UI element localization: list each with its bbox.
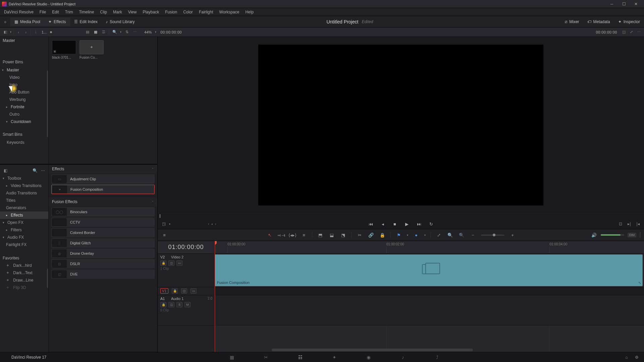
track-id[interactable]: V2 — [160, 255, 168, 259]
project-settings-icon[interactable]: ⚙ — [634, 355, 639, 360]
match-frame-icon[interactable]: ⊡ — [618, 221, 623, 227]
next-marker-icon[interactable]: › — [215, 222, 216, 226]
fav-item[interactable]: ✦ Dark...Text — [0, 269, 48, 277]
menu-fusion[interactable]: Fusion — [162, 9, 180, 15]
zoom-slider[interactable] — [481, 235, 504, 236]
blade-tool-icon[interactable]: ≡ — [301, 232, 307, 238]
timeline-h-scrollbar[interactable] — [272, 349, 473, 351]
expand-icon[interactable]: ⤢ — [629, 29, 634, 35]
media-page-icon[interactable]: ▦ — [228, 354, 235, 361]
track-id[interactable]: A1 — [160, 297, 168, 301]
menu-fairlight[interactable]: Fairlight — [196, 9, 216, 15]
link-icon[interactable]: 🔗 — [368, 232, 374, 238]
thumb-view-icon[interactable]: ▤ — [85, 29, 90, 35]
effect-dslr[interactable]: ⊡DSLR — [51, 259, 155, 268]
clip-fusion-comp[interactable]: ✦ Fusion Co... — [79, 40, 104, 59]
auto-select-icon[interactable]: ◫ — [181, 288, 187, 294]
fav-item[interactable]: ✦ Flip 3D — [0, 284, 48, 291]
grid-view-icon[interactable]: ▦ — [93, 29, 98, 35]
cut-page-icon[interactable]: ✂ — [262, 354, 270, 361]
dynamic-trim-icon[interactable]: ⟨◂▸⟩ — [289, 232, 296, 238]
sound-library-button[interactable]: ♪ Sound Library — [102, 17, 139, 26]
solo-icon[interactable]: S — [176, 302, 182, 307]
fav-item[interactable]: ✦ Dark...hird — [0, 262, 48, 269]
dim-button[interactable]: DIM — [628, 233, 637, 237]
menu-timeline[interactable]: Timeline — [76, 9, 97, 15]
tree-fairlightfx[interactable]: Fairlight FX — [0, 241, 48, 248]
track-lane-v2[interactable]: Fusion Composition ⤡ — [215, 254, 644, 287]
bypass-icon[interactable]: ◳ — [161, 221, 166, 227]
clip-black[interactable]: ▣ black-3701... — [52, 40, 76, 59]
tree-audio-transitions[interactable]: Audio Transitions — [0, 189, 48, 197]
clips-panel[interactable]: ▣ black-3701... ✦ Fusion Co... — [49, 37, 157, 164]
menu-file[interactable]: File — [37, 9, 49, 15]
nav-back-icon[interactable]: ‹ — [16, 29, 21, 35]
smart-bin-keywords[interactable]: Keywords — [0, 139, 48, 146]
effect-drone-overlay[interactable]: ◎Drone Overlay — [51, 249, 155, 258]
chevron-down-icon[interactable]: ▾ — [6, 120, 9, 123]
effects-button[interactable]: ✦ Effects — [44, 17, 70, 26]
rocket-button[interactable]: ⟐ — [0, 17, 10, 26]
razor-icon[interactable]: ✂ — [356, 232, 363, 238]
effect-fusion-composition[interactable]: ✦ Fusion Composition — [51, 185, 155, 194]
menu-color[interactable]: Color — [180, 9, 196, 15]
more-icon[interactable]: ⋯ — [636, 29, 641, 35]
mute-icon[interactable]: M — [184, 302, 191, 307]
tree-titles[interactable]: Titles — [0, 197, 48, 204]
power-bin-master[interactable]: ▾ Master — [0, 66, 48, 74]
track-header-v1[interactable]: V1 🔒 ◫ ▭ — [158, 287, 214, 295]
maximize-button[interactable]: ☐ — [618, 1, 630, 7]
track-lane-v1[interactable] — [215, 287, 644, 295]
mixer-button[interactable]: ⎚ Mixer — [561, 17, 583, 26]
sort-icon[interactable]: ⇅ — [124, 29, 129, 35]
deliver-page-icon[interactable]: ⤴ — [433, 354, 441, 361]
lock-icon[interactable]: 🔒 — [160, 260, 166, 266]
playhead[interactable] — [215, 241, 215, 352]
effect-colored-border[interactable]: Colored Border — [51, 228, 155, 237]
tree-openfx[interactable]: ▾Open FX — [0, 219, 48, 226]
zoom-out-icon[interactable]: − — [470, 232, 476, 238]
track-lane-a1[interactable] — [215, 295, 644, 325]
lock-icon[interactable]: 🔒 — [172, 288, 178, 294]
home-icon[interactable]: ⌂ — [624, 355, 629, 360]
effects-group-header[interactable]: Fusion Effects⌃ — [49, 197, 157, 206]
chevron-down-icon[interactable]: ▾ — [10, 31, 11, 34]
effect-binoculars[interactable]: ◯◯Binoculars — [51, 207, 155, 217]
play-button[interactable]: ▶ — [404, 222, 410, 227]
menu-davinci[interactable]: DaVinci Resolve — [1, 9, 36, 15]
import-icon[interactable]: ⤓ — [33, 29, 38, 35]
chevron-right-icon[interactable]: ▸ — [6, 105, 9, 109]
menu-playback[interactable]: Playback — [140, 9, 162, 15]
single-viewer-icon[interactable]: ◫ — [621, 29, 627, 35]
timeline-ruler[interactable]: 01:00:00:00 01:00:02:00 01:00:04:00 — [215, 241, 644, 254]
bin-countdown[interactable]: ▾ Countdown — [0, 118, 48, 125]
overwrite-icon[interactable]: ⬓ — [328, 232, 335, 238]
zoom-full-icon[interactable]: ⤢ — [435, 232, 442, 238]
bin-path[interactable]: 1... — [40, 30, 48, 34]
panel-toggle-icon[interactable]: ◧ — [3, 168, 8, 173]
bin-master-root[interactable]: Master — [0, 37, 48, 44]
next-edit-icon[interactable]: ▸| — [627, 221, 632, 227]
more-icon[interactable]: ⋯ — [132, 29, 138, 35]
auto-select-icon[interactable]: ◫ — [168, 302, 174, 307]
go-start-button[interactable]: ⏮ — [367, 222, 374, 227]
fairlight-page-icon[interactable]: ♪ — [399, 354, 407, 361]
replace-icon[interactable]: ⬔ — [340, 232, 346, 238]
track-header-v2[interactable]: V2 Video 2 🔒 ◫ ▭ 1 Clip — [158, 254, 214, 287]
effects-group-header[interactable]: Effects⌃ — [49, 165, 157, 173]
effect-dve[interactable]: ◱DVE — [51, 269, 155, 279]
sidebar-toggle-icon[interactable]: ◧ — [3, 29, 8, 35]
edit-page-icon[interactable]: ☷ — [297, 354, 304, 361]
effect-cctv[interactable]: CCTV — [51, 218, 155, 227]
viewer-zoom[interactable]: 44% — [143, 30, 153, 34]
metadata-button[interactable]: 🏷 Metadata — [583, 17, 614, 26]
menu-mark[interactable]: Mark — [110, 9, 125, 15]
fav-item[interactable]: ✦ Draw...Line — [0, 277, 48, 284]
volume-slider[interactable] — [601, 234, 624, 236]
bin-werbung[interactable]: Werbung — [0, 96, 48, 103]
tree-toolbox[interactable]: ▾Toolbox — [0, 175, 48, 182]
fusion-page-icon[interactable]: ✦ — [331, 354, 338, 361]
chevron-down-icon[interactable]: ▾ — [120, 31, 121, 34]
menu-help[interactable]: Help — [243, 9, 256, 15]
chevron-down-icon[interactable]: ▾ — [2, 68, 5, 72]
